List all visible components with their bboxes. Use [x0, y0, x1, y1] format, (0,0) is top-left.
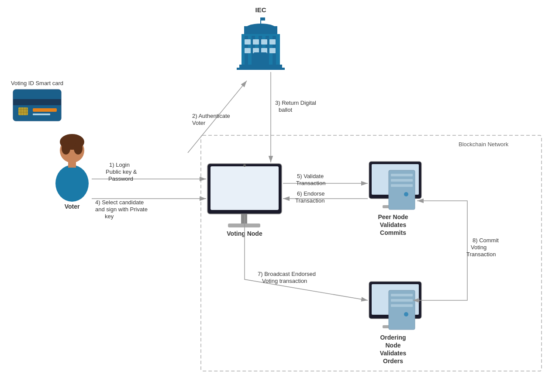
svg-text:Public key &: Public key & — [106, 168, 137, 175]
svg-rect-12 — [261, 39, 267, 45]
voting-id-smart-card-label: Voting ID Smart card — [11, 80, 63, 86]
svg-text:3) Return Digital: 3) Return Digital — [275, 100, 316, 106]
svg-rect-11 — [253, 39, 259, 45]
svg-rect-14 — [245, 48, 251, 53]
svg-text:1) Login: 1) Login — [109, 162, 130, 168]
svg-rect-22 — [13, 99, 61, 105]
svg-text:ballot: ballot — [279, 107, 292, 113]
svg-rect-36 — [68, 161, 76, 168]
svg-point-35 — [55, 165, 89, 202]
svg-text:Validates: Validates — [380, 221, 407, 228]
svg-text:6) Endorse: 6) Endorse — [297, 190, 325, 197]
svg-rect-20 — [237, 68, 285, 70]
svg-text:Ordering: Ordering — [380, 334, 406, 341]
svg-text:Commits: Commits — [380, 229, 406, 236]
svg-text:and sign with Private: and sign with Private — [95, 206, 148, 213]
svg-rect-10 — [245, 39, 251, 45]
svg-rect-18 — [254, 52, 267, 65]
svg-rect-40 — [228, 224, 260, 227]
svg-rect-51 — [391, 199, 413, 201]
svg-rect-38 — [210, 166, 279, 210]
svg-text:Peer Node: Peer Node — [378, 213, 408, 220]
svg-text:5) Validate: 5) Validate — [297, 173, 324, 179]
svg-text:Voting: Voting — [471, 244, 487, 251]
svg-text:Voter: Voter — [192, 120, 206, 126]
svg-rect-13 — [269, 39, 276, 45]
svg-rect-60 — [391, 294, 413, 296]
svg-point-34 — [74, 142, 83, 155]
svg-rect-49 — [391, 184, 413, 187]
svg-rect-30 — [33, 113, 50, 115]
blockchain-network-label: Blockchain Network — [459, 141, 509, 148]
svg-point-63 — [404, 312, 408, 316]
svg-text:8) Commit: 8) Commit — [473, 237, 499, 244]
svg-text:Transaction: Transaction — [296, 180, 325, 186]
svg-rect-62 — [391, 304, 413, 307]
svg-text:7) Broadcast Endorsed: 7) Broadcast Endorsed — [258, 271, 316, 277]
svg-rect-64 — [391, 319, 413, 321]
svg-point-50 — [404, 192, 408, 196]
svg-text:Voting transaction: Voting transaction — [262, 278, 307, 284]
svg-text:2) Authenticate: 2) Authenticate — [192, 113, 230, 119]
svg-text:Transaction: Transaction — [466, 251, 496, 258]
svg-point-33 — [62, 142, 70, 155]
diagram: Blockchain Network IEC — [0, 0, 559, 392]
svg-rect-1 — [244, 26, 277, 34]
svg-rect-19 — [239, 65, 282, 68]
iec-label: IEC — [255, 6, 266, 14]
svg-rect-61 — [391, 299, 413, 302]
svg-text:key: key — [105, 213, 114, 220]
svg-rect-3 — [261, 17, 265, 21]
svg-text:Validates: Validates — [380, 350, 407, 357]
svg-point-41 — [243, 164, 246, 167]
svg-text:Orders: Orders — [383, 358, 403, 364]
voter-label: Voter — [65, 203, 80, 210]
svg-text:Node: Node — [386, 342, 401, 349]
svg-text:Password: Password — [108, 175, 133, 182]
svg-rect-23 — [18, 107, 28, 115]
svg-rect-29 — [33, 108, 57, 112]
svg-rect-47 — [391, 174, 413, 176]
svg-text:Transaction: Transaction — [295, 197, 324, 204]
svg-text:4) Select candidate: 4) Select candidate — [95, 199, 144, 206]
svg-rect-39 — [241, 214, 247, 224]
svg-rect-48 — [391, 179, 413, 182]
svg-rect-17 — [269, 48, 276, 53]
